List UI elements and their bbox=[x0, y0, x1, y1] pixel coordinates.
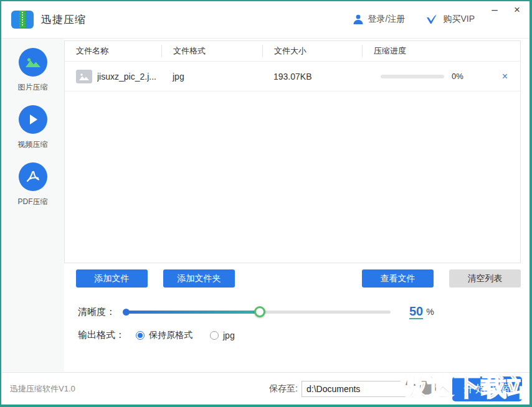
file-size: 193.07KB bbox=[262, 72, 362, 82]
clarity-label: 清晰度： bbox=[78, 306, 115, 318]
clarity-unit: % bbox=[426, 307, 434, 317]
start-compress-button[interactable]: 开始压缩 bbox=[452, 377, 522, 401]
remove-file-icon[interactable]: × bbox=[502, 71, 508, 82]
app-title: 迅捷压缩 bbox=[41, 12, 86, 27]
app-version: 迅捷压缩软件V1.0 bbox=[10, 383, 75, 395]
clarity-slider-handle[interactable] bbox=[254, 306, 265, 317]
sidebar-item-pdf-compress[interactable]: PDF压缩 bbox=[18, 162, 48, 207]
footer-bar: 迅捷压缩软件V1.0 保存至: 开始压缩 极速下载站 bbox=[1, 372, 530, 405]
buy-vip-label: 购买VIP bbox=[443, 14, 475, 25]
clarity-slider-fill bbox=[124, 311, 260, 314]
close-button[interactable]: × bbox=[511, 4, 523, 16]
sidebar-item-label: PDF压缩 bbox=[18, 197, 48, 207]
file-format: jpg bbox=[161, 72, 262, 82]
login-register-link[interactable]: 登录/注册 bbox=[353, 14, 406, 25]
add-folder-button[interactable]: 添加文件夹 bbox=[163, 269, 235, 288]
progress-label: 0% bbox=[452, 72, 463, 81]
output-format-label: 输出格式： bbox=[78, 329, 125, 341]
save-path-input[interactable] bbox=[302, 381, 414, 397]
user-icon bbox=[353, 14, 364, 25]
radio-jpg[interactable]: jpg bbox=[210, 330, 235, 340]
image-compress-icon bbox=[19, 48, 47, 77]
sidebar: 图片压缩 视频压缩 PDF压缩 bbox=[1, 39, 64, 372]
save-to-label: 保存至: bbox=[269, 383, 298, 395]
header-file-format: 文件格式 bbox=[161, 45, 262, 57]
header-file-name: 文件名称 bbox=[65, 45, 161, 57]
add-file-button[interactable]: 添加文件 bbox=[76, 269, 148, 288]
view-file-button[interactable]: 查看文件 bbox=[362, 269, 434, 288]
radio-label: 保持原格式 bbox=[149, 330, 192, 341]
image-thumbnail-icon bbox=[76, 70, 92, 83]
radio-label: jpg bbox=[223, 330, 235, 340]
title-bar: 迅捷压缩 登录/注册 购买VIP – × bbox=[1, 1, 530, 39]
app-logo-icon bbox=[11, 11, 34, 29]
sidebar-item-label: 视频压缩 bbox=[18, 139, 48, 150]
pdf-compress-icon bbox=[19, 162, 47, 191]
sidebar-item-video-compress[interactable]: 视频压缩 bbox=[18, 105, 48, 150]
main-content: 文件名称 文件格式 文件大小 压缩进度 jisuxz_pic_2.j... jp… bbox=[64, 39, 530, 372]
output-format-row: 输出格式： 保持原格式 jpg bbox=[78, 329, 521, 341]
folder-browse-icon[interactable] bbox=[420, 383, 436, 395]
video-compress-icon bbox=[19, 105, 47, 134]
radio-unselected-icon[interactable] bbox=[210, 331, 219, 340]
clarity-value[interactable]: 50 bbox=[409, 304, 423, 319]
action-button-row: 添加文件 添加文件夹 查看文件 清空列表 bbox=[76, 269, 521, 288]
sidebar-item-image-compress[interactable]: 图片压缩 bbox=[18, 48, 48, 93]
table-header-row: 文件名称 文件格式 文件大小 压缩进度 bbox=[65, 41, 520, 62]
minimize-button[interactable]: – bbox=[488, 4, 501, 16]
radio-keep-original[interactable]: 保持原格式 bbox=[136, 330, 192, 341]
radio-selected-icon[interactable] bbox=[136, 331, 145, 340]
header-progress: 压缩进度 bbox=[362, 45, 520, 57]
sidebar-item-label: 图片压缩 bbox=[18, 82, 48, 93]
table-row: jisuxz_pic_2.j... jpg 193.07KB 0% × bbox=[65, 62, 520, 91]
app-window: 迅捷压缩 登录/注册 购买VIP – × bbox=[0, 0, 532, 407]
buy-vip-link[interactable]: 购买VIP bbox=[426, 14, 475, 25]
clarity-row: 清晰度： 50 % bbox=[78, 304, 521, 319]
progress-bar bbox=[381, 75, 444, 78]
vip-check-icon bbox=[426, 14, 439, 25]
file-table: 文件名称 文件格式 文件大小 压缩进度 jisuxz_pic_2.j... jp… bbox=[64, 40, 521, 263]
login-register-label: 登录/注册 bbox=[368, 14, 406, 25]
clarity-slider[interactable] bbox=[124, 306, 391, 317]
header-file-size: 文件大小 bbox=[262, 45, 362, 57]
clear-list-button[interactable]: 清空列表 bbox=[449, 269, 521, 288]
file-name: jisuxz_pic_2.j... bbox=[97, 72, 156, 82]
